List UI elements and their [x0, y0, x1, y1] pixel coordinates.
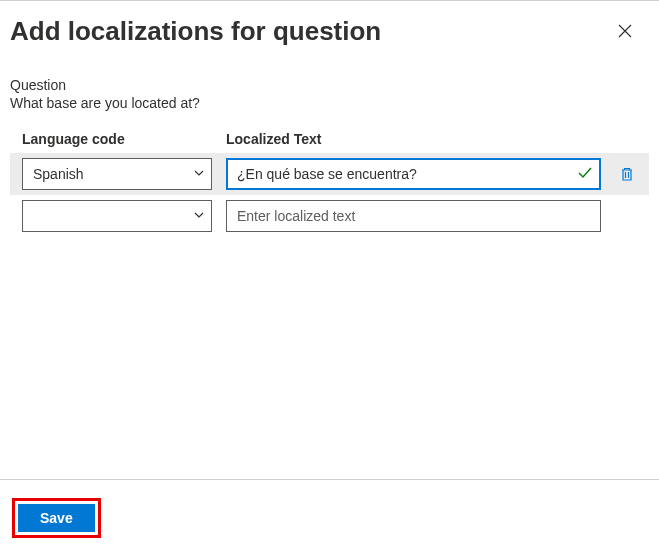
localized-text-input[interactable] [237, 208, 594, 224]
localized-text-field[interactable] [226, 200, 601, 232]
language-select[interactable] [22, 200, 212, 232]
close-button[interactable] [609, 15, 641, 47]
question-text: What base are you located at? [10, 95, 649, 111]
column-header-language: Language code [22, 131, 212, 147]
localized-text-field[interactable] [226, 158, 601, 190]
page-title: Add localizations for question [10, 16, 381, 47]
delete-row-button[interactable] [615, 162, 639, 186]
checkmark-icon [577, 165, 593, 184]
language-select-value: Spanish [33, 166, 193, 182]
column-header-localized-text: Localized Text [226, 131, 649, 147]
chevron-down-icon [193, 166, 205, 182]
localized-text-input[interactable] [237, 166, 577, 182]
save-highlight: Save [12, 498, 101, 538]
question-label: Question [10, 77, 649, 93]
save-button[interactable]: Save [18, 504, 95, 532]
trash-icon [619, 166, 635, 182]
localization-row: Spanish [10, 153, 649, 195]
close-icon [618, 24, 632, 38]
localization-row [10, 195, 649, 237]
language-select[interactable]: Spanish [22, 158, 212, 190]
chevron-down-icon [193, 208, 205, 224]
